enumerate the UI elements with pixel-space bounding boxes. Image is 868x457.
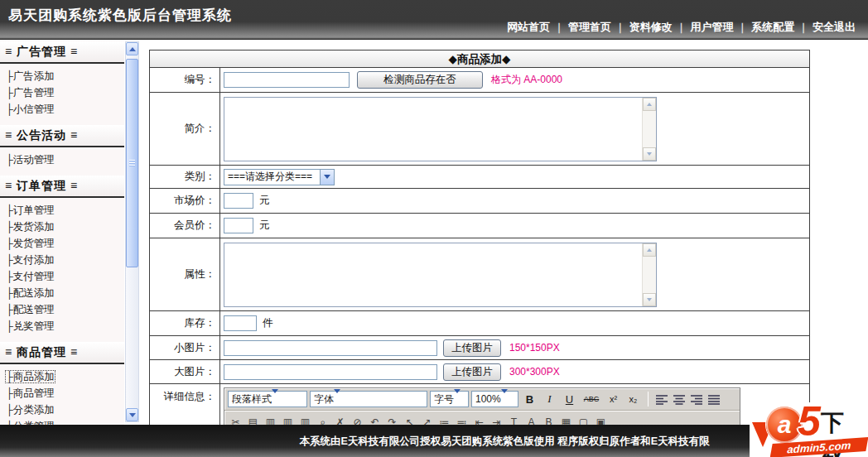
stock-input[interactable] [224, 315, 257, 331]
big-image-input[interactable] [224, 364, 437, 380]
editor-tool-icon[interactable]: B [541, 414, 557, 425]
editor-tool-icon[interactable]: ▥ [280, 414, 296, 425]
app-footer: 本系统由E天科技有限公司授权易天团购系统紫色版使用 程序版权归原作者和E天科技有… [0, 425, 868, 457]
sidebar-item-product-add[interactable]: ├商品添加 [0, 368, 124, 385]
product-code-input[interactable] [224, 72, 350, 88]
editor-tool-icon[interactable]: ↖ [402, 414, 417, 425]
sidebar-item-payment-add[interactable]: ├支付添加 [0, 252, 124, 268]
sidebar-scrollbar[interactable] [125, 41, 139, 422]
nav-system-config[interactable]: 系统配置 [751, 20, 794, 35]
editor-tool-icon[interactable]: ▦ [558, 414, 574, 425]
editor-tool-icon[interactable]: ✗ [332, 414, 348, 425]
nav-site-home[interactable]: 网站首页 [507, 20, 550, 35]
scroll-up-button[interactable] [643, 243, 656, 257]
sidebar-item-delivery-manage[interactable]: ├配送管理 [0, 301, 124, 318]
italic-button[interactable]: I [541, 391, 558, 407]
editor-tool-icon[interactable]: ↗ [419, 414, 435, 425]
dropdown-arrow-icon [454, 393, 461, 405]
big-image-upload-button[interactable]: 上传图片 [443, 363, 501, 381]
sidebar-item-product-manage[interactable]: ├商品管理 [0, 385, 124, 402]
editor-tool-icon[interactable]: ≔ [436, 414, 452, 425]
underline-button[interactable]: U [561, 391, 578, 407]
editor-tool-icon[interactable]: T [506, 414, 522, 425]
editor-tool-icon[interactable]: ✂ [228, 414, 244, 425]
category-label: 类别： [150, 166, 220, 188]
bold-button[interactable]: B [521, 391, 538, 407]
subscript-button[interactable]: x₂ [624, 391, 642, 407]
sidebar-item-delivery-add[interactable]: ├配送添加 [0, 285, 124, 301]
font-family-select[interactable]: 字体 [310, 391, 427, 407]
small-image-input[interactable] [224, 340, 437, 356]
zoom-select[interactable]: 100% [471, 391, 518, 407]
sidebar-section-title-products: ≡ 商品管理 ≡ [0, 342, 124, 364]
intro-textarea-frame [224, 97, 657, 161]
attribute-textarea[interactable] [224, 243, 642, 306]
detail-info-label: 详细信息： [150, 384, 220, 425]
sidebar-item-category-manage[interactable]: ├分类管理 [0, 418, 124, 425]
market-price-unit: 元 [259, 194, 270, 208]
nav-logout[interactable]: 安全退出 [813, 20, 856, 35]
editor-tool-icon[interactable]: ⇤ [471, 414, 487, 425]
editor-tool-icon[interactable]: A [523, 414, 539, 425]
editor-tool-icon[interactable]: ▥ [263, 414, 278, 425]
strikethrough-button[interactable]: ABC [581, 391, 602, 407]
check-product-exists-button[interactable]: 检测商品存在否 [357, 71, 483, 89]
row-detail-info: 详细信息： 段落样式 字体 [150, 384, 809, 425]
sidebar-section-orders: ≡ 订单管理 ≡ ├订单管理 ├发货添加 ├发货管理 ├支付添加 ├支付管理 ├… [0, 176, 124, 336]
scroll-down-button[interactable] [643, 293, 656, 306]
sidebar-item-message-manage[interactable]: ├小信管理 [0, 101, 124, 118]
editor-tool-icon[interactable]: ▤ [245, 414, 261, 425]
editor-tool-icon[interactable]: ≕ [454, 414, 470, 425]
nav-separator: ｜ [798, 21, 808, 35]
product-add-form: ◆商品添加◆ 编号： 检测商品存在否 格式为 AA-0000 简介： [149, 50, 810, 425]
intro-scrollbar[interactable] [642, 98, 656, 161]
font-size-select[interactable]: 字号 [430, 391, 469, 407]
sidebar-item-redeem-manage[interactable]: ├兑奖管理 [0, 318, 124, 334]
editor-tool-icon[interactable]: ↶ [367, 414, 383, 425]
align-center-icon[interactable] [672, 391, 687, 407]
scroll-down-button[interactable] [126, 408, 138, 421]
attribute-textarea-frame [224, 243, 657, 307]
align-left-icon[interactable] [654, 391, 669, 407]
sidebar-item-activity-manage[interactable]: ├活动管理 [0, 152, 124, 168]
chevron-down-icon [647, 298, 652, 301]
scrollbar-thumb[interactable] [126, 59, 138, 267]
member-price-input[interactable] [224, 218, 253, 233]
sidebar-item-shipping-manage[interactable]: ├发货管理 [0, 235, 124, 252]
scroll-up-button[interactable] [643, 98, 656, 111]
editor-toolbar-row2: ✂▤▥▥▥⌕✗⊘↶↷↖↗≔≕⇤⇥TAB▦▢▣ [224, 411, 740, 425]
editor-tool-icon[interactable]: ⌕ [315, 414, 330, 425]
sidebar-item-category-add[interactable]: ├分类添加 [0, 402, 124, 418]
attribute-label: 属性： [150, 238, 220, 310]
small-image-upload-button[interactable]: 上传图片 [443, 339, 501, 357]
scroll-up-button[interactable] [126, 42, 138, 55]
sidebar-item-ad-add[interactable]: ├广告添加 [0, 68, 124, 84]
paragraph-style-select[interactable]: 段落样式 [228, 391, 307, 407]
row-product-code: 编号： 检测商品存在否 格式为 AA-0000 [150, 68, 809, 93]
nav-profile-edit[interactable]: 资料修改 [629, 20, 673, 35]
top-nav: 网站首页 ｜ 管理首页 ｜ 资料修改 ｜ 用户管理 ｜ 系统配置 ｜ 安全退出 [503, 20, 860, 35]
market-price-input[interactable] [224, 193, 253, 209]
nav-admin-home[interactable]: 管理首页 [568, 20, 611, 35]
member-price-unit: 元 [259, 219, 270, 233]
superscript-button[interactable]: x² [605, 391, 622, 407]
editor-tool-icon[interactable]: ▣ [593, 414, 609, 425]
category-select[interactable]: ===请选择分类=== [224, 169, 335, 185]
editor-tool-icon[interactable]: ↷ [384, 414, 400, 425]
editor-tool-icon[interactable]: ⇥ [489, 414, 504, 425]
align-justify-icon[interactable] [706, 391, 721, 407]
form-title: ◆商品添加◆ [150, 51, 809, 68]
align-right-icon[interactable] [689, 391, 704, 407]
intro-textarea[interactable] [224, 98, 642, 161]
sidebar-item-order-manage[interactable]: ├订单管理 [0, 202, 124, 219]
editor-tool-icon[interactable]: ▢ [576, 414, 591, 425]
scroll-down-button[interactable] [643, 147, 656, 161]
editor-tool-icon[interactable]: ▥ [297, 414, 313, 425]
main-content: ◆商品添加◆ 编号： 检测商品存在否 格式为 AA-0000 简介： [147, 40, 868, 425]
attribute-scrollbar[interactable] [642, 243, 656, 306]
editor-tool-icon[interactable]: ⊘ [350, 414, 365, 425]
sidebar-item-payment-manage[interactable]: ├支付管理 [0, 268, 124, 285]
nav-user-manage[interactable]: 用户管理 [690, 20, 733, 35]
sidebar-item-ad-manage[interactable]: ├广告管理 [0, 84, 124, 101]
sidebar-item-shipping-add[interactable]: ├发货添加 [0, 219, 124, 235]
